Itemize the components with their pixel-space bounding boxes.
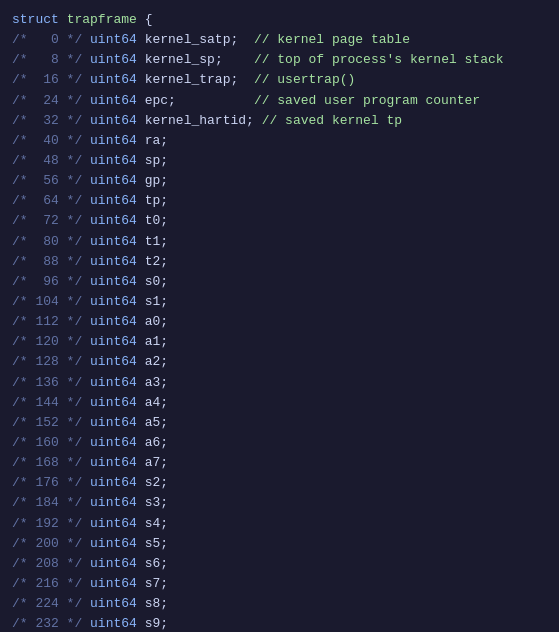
inline-comment-0: // kernel page table — [254, 32, 410, 47]
type-5: uint64 — [90, 133, 137, 148]
type-23: uint64 — [90, 495, 137, 510]
code-line-26: /* 208 */ uint64 s6; — [12, 554, 547, 574]
field-0: kernel_satp — [145, 32, 231, 47]
code-line-16: /* 128 */ uint64 a2; — [12, 352, 547, 372]
code-line-12: /* 96 */ uint64 s0; — [12, 272, 547, 292]
type-22: uint64 — [90, 475, 137, 490]
comment-offset-8: /* 64 */ — [12, 193, 82, 208]
code-line-21: /* 168 */ uint64 a7; — [12, 453, 547, 473]
field-9: t0 — [145, 213, 161, 228]
comment-offset-24: /* 192 */ — [12, 516, 82, 531]
comment-offset-21: /* 168 */ — [12, 455, 82, 470]
type-27: uint64 — [90, 576, 137, 591]
comment-offset-23: /* 184 */ — [12, 495, 82, 510]
struct-header-line: struct trapframe { — [12, 10, 547, 30]
type-9: uint64 — [90, 213, 137, 228]
type-3: uint64 — [90, 93, 137, 108]
comment-offset-19: /* 152 */ — [12, 415, 82, 430]
type-14: uint64 — [90, 314, 137, 329]
field-23: s3 — [145, 495, 161, 510]
comment-offset-1: /* 8 */ — [12, 52, 82, 67]
comment-offset-27: /* 216 */ — [12, 576, 82, 591]
type-28: uint64 — [90, 596, 137, 611]
comment-offset-17: /* 136 */ — [12, 375, 82, 390]
type-10: uint64 — [90, 234, 137, 249]
field-16: a2 — [145, 354, 161, 369]
inline-comment-3: // saved user program counter — [254, 93, 480, 108]
comment-offset-20: /* 160 */ — [12, 435, 82, 450]
code-line-20: /* 160 */ uint64 a6; — [12, 433, 547, 453]
code-line-24: /* 192 */ uint64 s4; — [12, 514, 547, 534]
type-13: uint64 — [90, 294, 137, 309]
comment-offset-12: /* 96 */ — [12, 274, 82, 289]
comment-offset-2: /* 16 */ — [12, 72, 82, 87]
code-line-10: /* 80 */ uint64 t1; — [12, 232, 547, 252]
field-8: tp — [145, 193, 161, 208]
type-20: uint64 — [90, 435, 137, 450]
inline-comment-1: // top of process's kernel stack — [254, 52, 504, 67]
comment-offset-15: /* 120 */ — [12, 334, 82, 349]
code-line-4: /* 32 */ uint64 kernel_hartid; // saved … — [12, 111, 547, 131]
comment-offset-4: /* 32 */ — [12, 113, 82, 128]
type-4: uint64 — [90, 113, 137, 128]
field-20: a6 — [145, 435, 161, 450]
type-1: uint64 — [90, 52, 137, 67]
code-line-14: /* 112 */ uint64 a0; — [12, 312, 547, 332]
type-15: uint64 — [90, 334, 137, 349]
type-24: uint64 — [90, 516, 137, 531]
type-21: uint64 — [90, 455, 137, 470]
code-line-27: /* 216 */ uint64 s7; — [12, 574, 547, 594]
code-line-3: /* 24 */ uint64 epc; // saved user progr… — [12, 91, 547, 111]
code-line-28: /* 224 */ uint64 s8; — [12, 594, 547, 614]
comment-offset-3: /* 24 */ — [12, 93, 82, 108]
field-27: s7 — [145, 576, 161, 591]
code-line-13: /* 104 */ uint64 s1; — [12, 292, 547, 312]
type-7: uint64 — [90, 173, 137, 188]
field-19: a5 — [145, 415, 161, 430]
comment-offset-9: /* 72 */ — [12, 213, 82, 228]
comment-offset-13: /* 104 */ — [12, 294, 82, 309]
code-line-9: /* 72 */ uint64 t0; — [12, 211, 547, 231]
field-29: s9 — [145, 616, 161, 631]
open-brace: { — [137, 12, 153, 27]
field-24: s4 — [145, 516, 161, 531]
code-line-23: /* 184 */ uint64 s3; — [12, 493, 547, 513]
type-16: uint64 — [90, 354, 137, 369]
code-block: struct trapframe { /* 0 */ uint64 kernel… — [0, 0, 559, 632]
field-10: t1 — [145, 234, 161, 249]
field-25: s5 — [145, 536, 161, 551]
inline-comment-2: // usertrap() — [254, 72, 355, 87]
comment-offset-10: /* 80 */ — [12, 234, 82, 249]
type-26: uint64 — [90, 556, 137, 571]
type-2: uint64 — [90, 72, 137, 87]
code-line-22: /* 176 */ uint64 s2; — [12, 473, 547, 493]
field-26: s6 — [145, 556, 161, 571]
inline-comment-4: // saved kernel tp — [262, 113, 402, 128]
type-19: uint64 — [90, 415, 137, 430]
field-14: a0 — [145, 314, 161, 329]
code-line-0: /* 0 */ uint64 kernel_satp; // kernel pa… — [12, 30, 547, 50]
type-25: uint64 — [90, 536, 137, 551]
comment-offset-5: /* 40 */ — [12, 133, 82, 148]
comment-offset-7: /* 56 */ — [12, 173, 82, 188]
type-17: uint64 — [90, 375, 137, 390]
code-line-15: /* 120 */ uint64 a1; — [12, 332, 547, 352]
comment-offset-29: /* 232 */ — [12, 616, 82, 631]
type-18: uint64 — [90, 395, 137, 410]
type-8: uint64 — [90, 193, 137, 208]
field-12: s0 — [145, 274, 161, 289]
code-line-6: /* 48 */ uint64 sp; — [12, 151, 547, 171]
type-11: uint64 — [90, 254, 137, 269]
type-12: uint64 — [90, 274, 137, 289]
comment-offset-14: /* 112 */ — [12, 314, 82, 329]
field-2: kernel_trap — [145, 72, 231, 87]
type-0: uint64 — [90, 32, 137, 47]
code-line-2: /* 16 */ uint64 kernel_trap; // usertrap… — [12, 70, 547, 90]
code-line-29: /* 232 */ uint64 s9; — [12, 614, 547, 632]
code-line-8: /* 64 */ uint64 tp; — [12, 191, 547, 211]
field-7: gp — [145, 173, 161, 188]
comment-offset-0: /* 0 */ — [12, 32, 82, 47]
code-line-19: /* 152 */ uint64 a5; — [12, 413, 547, 433]
struct-name: trapframe — [67, 12, 137, 27]
code-line-7: /* 56 */ uint64 gp; — [12, 171, 547, 191]
